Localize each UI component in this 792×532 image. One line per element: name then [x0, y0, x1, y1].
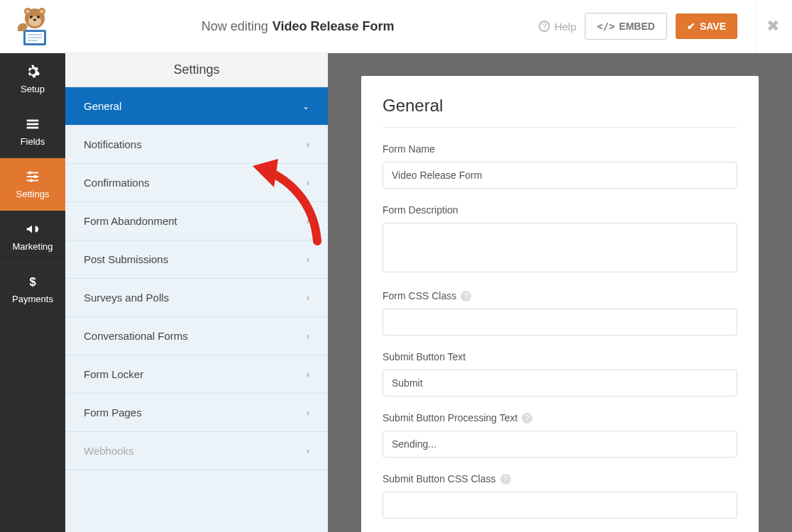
textarea-form-description[interactable] — [383, 223, 737, 272]
rail-marketing[interactable]: Marketing — [0, 211, 65, 263]
save-label: SAVE — [700, 21, 726, 32]
settings-item-label: Form Abandonment — [84, 215, 177, 227]
settings-item-confirmations[interactable]: Confirmations › — [65, 164, 328, 202]
svg-point-6 — [30, 16, 33, 18]
svg-rect-15 — [27, 123, 39, 126]
general-settings-panel: General Form Name Form Description Form — [361, 76, 759, 532]
embed-button[interactable]: </> EMBED — [585, 13, 667, 40]
svg-point-4 — [40, 10, 44, 13]
input-submit-text[interactable] — [383, 370, 737, 397]
chevron-down-icon: ⌄ — [302, 101, 309, 111]
input-form-name[interactable] — [383, 162, 737, 189]
label-text: Submit Button Text — [383, 351, 466, 362]
chevron-right-icon: › — [307, 446, 309, 456]
close-icon: ✖ — [766, 17, 779, 35]
settings-panel: Settings General ⌄ Notifications › Confi… — [65, 53, 328, 532]
svg-point-20 — [28, 171, 31, 174]
chevron-right-icon: › — [307, 370, 309, 379]
rail-label: Payments — [12, 294, 53, 304]
content-heading: General — [383, 96, 737, 128]
app-header: Now editing Video Release Form ? Help </… — [0, 0, 792, 53]
header-title-area: Now editing Video Release Form — [57, 19, 539, 34]
settings-item-webhooks[interactable]: Webhooks › — [65, 432, 328, 470]
chevron-right-icon: › — [307, 255, 309, 265]
bullhorn-icon — [25, 221, 40, 237]
label-form-name: Form Name — [383, 143, 737, 155]
sidebar-rail: Setup Fields Settings Marketing $ Paymen… — [0, 53, 65, 532]
chevron-right-icon: › — [307, 331, 309, 341]
svg-text:$: $ — [29, 275, 35, 288]
chevron-right-icon: › — [307, 216, 309, 226]
rail-label: Settings — [16, 189, 50, 199]
svg-rect-13 — [28, 40, 38, 41]
help-tooltip-icon[interactable]: ? — [461, 291, 471, 301]
help-tooltip-icon[interactable]: ? — [522, 413, 532, 423]
settings-item-post-submissions[interactable]: Post Submissions › — [65, 240, 328, 279]
label-text: Form Description — [383, 204, 458, 216]
rail-label: Setup — [21, 84, 45, 94]
embed-label: EMBED — [619, 21, 655, 32]
dollar-icon: $ — [25, 274, 40, 289]
svg-point-7 — [37, 16, 40, 18]
field-form-description: Form Description — [383, 204, 737, 275]
rail-fields[interactable]: Fields — [0, 106, 65, 158]
settings-item-surveys-polls[interactable]: Surveys and Polls › — [65, 279, 328, 317]
svg-point-8 — [33, 18, 36, 21]
settings-item-label: Surveys and Polls — [84, 292, 169, 304]
settings-item-label: Form Locker — [84, 368, 143, 380]
svg-rect-11 — [28, 34, 42, 35]
label-text: Submit Button CSS Class — [383, 473, 496, 484]
rail-setup[interactable]: Setup — [0, 53, 65, 106]
rail-label: Fields — [21, 136, 45, 147]
chevron-right-icon: › — [307, 178, 309, 188]
chevron-right-icon: › — [307, 293, 309, 303]
settings-item-form-locker[interactable]: Form Locker › — [65, 355, 328, 394]
close-button[interactable]: ✖ — [756, 0, 779, 53]
settings-item-notifications[interactable]: Notifications › — [65, 126, 328, 164]
settings-item-label: Confirmations — [84, 177, 150, 189]
settings-item-form-abandonment[interactable]: Form Abandonment › — [65, 202, 328, 240]
input-submit-processing[interactable] — [383, 431, 737, 458]
editing-prefix: Now editing — [202, 19, 268, 34]
panel-title: Settings — [65, 53, 328, 87]
settings-item-label: Webhooks — [84, 445, 134, 457]
label-text: Form Name — [383, 143, 435, 155]
label-text: Form CSS Class — [383, 290, 456, 301]
settings-item-form-pages[interactable]: Form Pages › — [65, 394, 328, 432]
label-form-css-class: Form CSS Class ? — [383, 290, 737, 301]
content-area: General Form Name Form Description Form — [328, 53, 792, 532]
code-icon: </> — [597, 21, 615, 32]
chevron-right-icon: › — [307, 408, 309, 418]
field-submit-text: Submit Button Text — [383, 351, 737, 397]
input-form-css-class[interactable] — [383, 309, 737, 336]
help-label: Help — [554, 21, 576, 33]
settings-item-label: Notifications — [84, 138, 142, 150]
settings-item-label: General — [84, 100, 121, 112]
sliders-icon — [25, 169, 40, 184]
label-text: Submit Button Processing Text — [383, 412, 517, 423]
settings-list: General ⌄ Notifications › Confirmations … — [65, 87, 328, 532]
field-submit-processing: Submit Button Processing Text ? — [383, 412, 737, 458]
svg-rect-16 — [27, 127, 39, 129]
rail-payments[interactable]: $ Payments — [0, 263, 65, 316]
settings-item-label: Form Pages — [84, 406, 142, 419]
svg-point-22 — [30, 179, 33, 182]
settings-item-label: Conversational Forms — [84, 330, 188, 342]
settings-item-conversational-forms[interactable]: Conversational Forms › — [65, 317, 328, 355]
label-submit-processing: Submit Button Processing Text ? — [383, 412, 737, 423]
gear-icon — [25, 64, 40, 79]
list-icon — [25, 116, 40, 132]
label-form-description: Form Description — [383, 204, 737, 216]
rail-settings[interactable]: Settings — [0, 158, 65, 211]
help-link[interactable]: ? Help — [539, 21, 576, 33]
rail-label: Marketing — [12, 241, 53, 252]
input-submit-css-class[interactable] — [383, 492, 737, 519]
help-tooltip-icon[interactable]: ? — [500, 474, 511, 484]
form-title: Video Release Form — [273, 19, 395, 34]
field-form-css-class: Form CSS Class ? — [383, 290, 737, 336]
settings-item-label: Post Submissions — [84, 253, 168, 265]
save-button[interactable]: ✔ SAVE — [676, 13, 737, 39]
check-icon: ✔ — [687, 21, 695, 32]
settings-item-general[interactable]: General ⌄ — [65, 87, 328, 126]
svg-point-21 — [33, 175, 36, 178]
